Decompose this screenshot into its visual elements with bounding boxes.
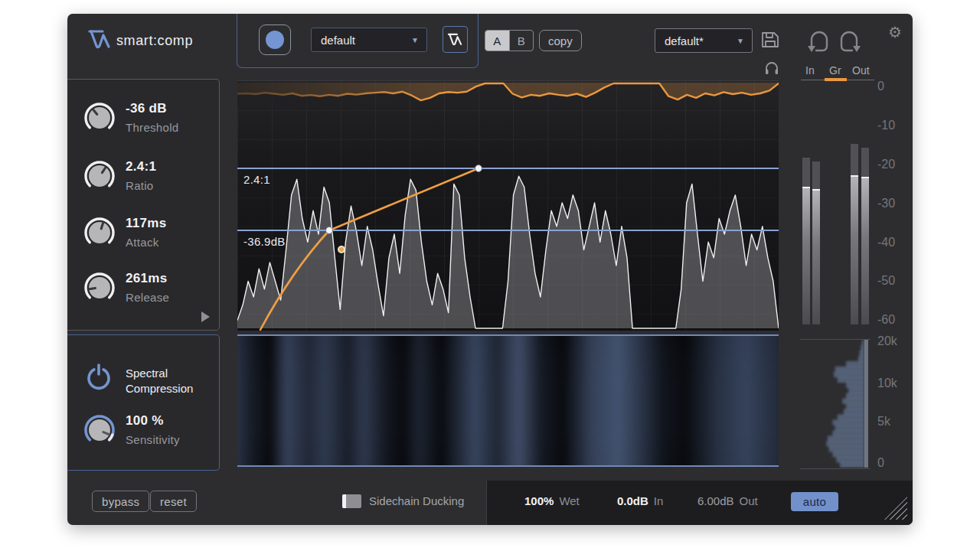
- ab-compare-group: A B: [485, 30, 534, 51]
- threshold-handle[interactable]: [325, 227, 333, 234]
- sonible-logo-icon: [87, 28, 113, 51]
- sensitivity-label: Sensitivity: [126, 433, 180, 446]
- ratio-handle[interactable]: [475, 165, 482, 172]
- ab-state-a-button[interactable]: A: [485, 31, 509, 51]
- spectrogram-streaks: [237, 334, 779, 467]
- db-scale-30: -30: [877, 197, 895, 210]
- copy-state-button[interactable]: copy: [539, 30, 582, 51]
- preset-dropdown[interactable]: default* ▼: [655, 28, 753, 53]
- settings-gear-icon[interactable]: ⚙: [888, 23, 902, 41]
- spectrogram-display: [237, 334, 779, 467]
- ratio-value: 2.4:1: [126, 159, 156, 174]
- main-analyzer-chart: 2.4:1 -36.9dB: [237, 80, 779, 331]
- learn-section-frame: default ▼: [237, 14, 479, 68]
- footer-bar: bypass reset Sidechain Ducking 100%Wet 0…: [67, 481, 913, 525]
- ab-state-b-button[interactable]: B: [509, 31, 534, 51]
- sensitivity-value: 100 %: [126, 413, 180, 429]
- sidechain-ducking-label: Sidechain Ducking: [369, 494, 464, 507]
- freq-scale-20k: 20k: [877, 334, 897, 348]
- attack-row: 117ms Attack: [67, 214, 219, 268]
- ratio-line[interactable]: [237, 168, 779, 169]
- meter-tab-gr[interactable]: Gr: [829, 64, 841, 77]
- threshold-value: -36 dB: [126, 101, 178, 116]
- sensitivity-knob[interactable]: [81, 412, 118, 448]
- detector-level-dot: [338, 246, 345, 253]
- plugin-window: smart:comp default ▼ A B copy: [67, 14, 913, 525]
- db-scale-50: -50: [877, 274, 895, 288]
- attack-knob[interactable]: [81, 214, 118, 251]
- expand-panel-icon[interactable]: [201, 311, 210, 322]
- redo-icon[interactable]: [837, 28, 864, 57]
- sidechain-ducking-toggle[interactable]: [342, 494, 361, 508]
- undo-icon[interactable]: [804, 28, 831, 57]
- reset-button[interactable]: reset: [150, 491, 197, 512]
- freq-scale-0: 0: [877, 456, 884, 470]
- sensitivity-row: 100 % Sensitivity: [67, 412, 219, 465]
- db-scale-40: -40: [877, 236, 895, 249]
- threshold-line[interactable]: [237, 230, 779, 231]
- db-scale-10: -10: [877, 119, 895, 132]
- ratio-row: 2.4:1 Ratio: [67, 158, 219, 211]
- attack-value: 117ms: [126, 216, 167, 231]
- profile-dropdown[interactable]: default ▼: [311, 28, 427, 52]
- save-preset-button[interactable]: [760, 30, 780, 50]
- meter-tab-out[interactable]: Out: [852, 64, 870, 77]
- meter-tab-in[interactable]: In: [805, 64, 815, 77]
- threshold-knob[interactable]: [81, 99, 118, 136]
- release-knob[interactable]: [81, 269, 118, 306]
- freq-scale-10k: 10k: [877, 377, 897, 390]
- ratio-knob[interactable]: [81, 158, 118, 194]
- auto-gain-button[interactable]: auto: [791, 492, 838, 511]
- threshold-label: Threshold: [126, 121, 178, 134]
- header: smart:comp default ▼ A B copy: [67, 14, 913, 79]
- input-gain-readout[interactable]: 0.0dBIn: [617, 494, 663, 507]
- spectral-compression-panel: Spectral Compression 100 % Sensitivity: [67, 334, 220, 471]
- chevron-down-icon: ▼: [411, 36, 419, 44]
- output-gain-readout[interactable]: 6.00dBOut: [697, 494, 758, 507]
- threshold-row: -36 dB Threshold: [67, 99, 219, 153]
- ratio-label: Ratio: [126, 179, 156, 192]
- spectral-compression-title: Spectral Compression: [126, 366, 193, 396]
- level-meter-bar: [812, 86, 820, 324]
- release-value: 261ms: [126, 271, 169, 286]
- headphone-monitor-icon[interactable]: [764, 61, 779, 75]
- db-scale-20: -20: [877, 158, 895, 171]
- record-dot-icon: [266, 31, 284, 49]
- gain-reduction-history-fade: [237, 81, 429, 109]
- sidechain-spectrum: [799, 340, 870, 468]
- release-label: Release: [126, 291, 169, 304]
- level-meter-bar: [851, 86, 858, 324]
- power-icon[interactable]: [86, 363, 112, 390]
- app-title: smart:comp: [116, 33, 193, 49]
- db-scale-60: -60: [877, 313, 895, 327]
- threshold-line-label: -36.9dB: [243, 235, 286, 248]
- freq-area-bottom-line: [800, 468, 871, 469]
- smart-learn-button[interactable]: [443, 26, 468, 53]
- bypass-button[interactable]: bypass: [92, 491, 149, 512]
- db-scale-0: 0: [877, 80, 884, 93]
- release-row: 261ms Release: [67, 269, 219, 323]
- compressor-params-panel: -36 dB Threshold 2.4:1 Ratio: [67, 79, 220, 331]
- level-meter-bar: [861, 86, 869, 324]
- ratio-line-label: 2.4:1: [243, 173, 270, 186]
- chevron-down-icon: ▼: [737, 37, 744, 45]
- record-learn-button[interactable]: [259, 24, 291, 55]
- preset-dropdown-value: default*: [665, 34, 704, 47]
- level-meter-bar: [802, 86, 810, 324]
- freq-scale-5k: 5k: [877, 415, 890, 429]
- attack-label: Attack: [126, 236, 167, 249]
- meter-tab-active-indicator: [825, 78, 847, 81]
- profile-dropdown-value: default: [321, 34, 355, 47]
- wet-readout[interactable]: 100%Wet: [524, 494, 580, 507]
